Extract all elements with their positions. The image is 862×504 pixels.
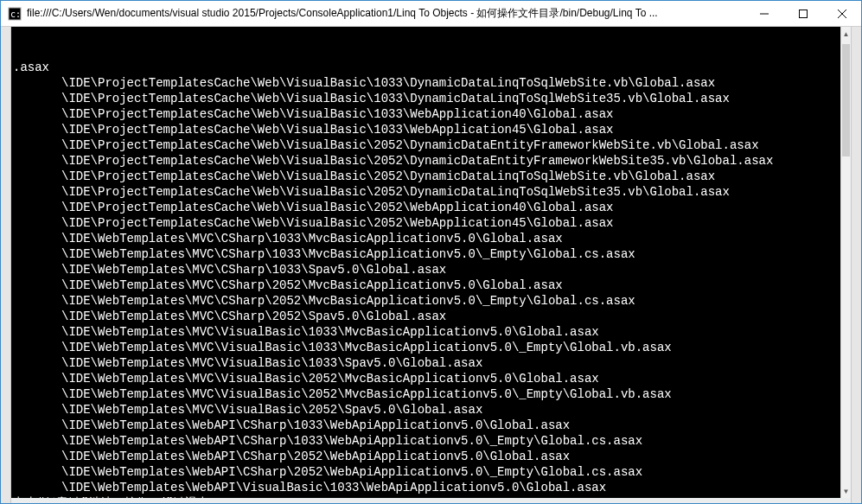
- minimize-button[interactable]: [744, 1, 783, 26]
- console-line: \IDE\ProjectTemplatesCache\Web\VisualBas…: [13, 106, 839, 122]
- svg-text:c:: c:: [10, 10, 21, 19]
- console-line: \IDE\WebTemplates\WebAPI\CSharp\1033\Web…: [13, 433, 839, 449]
- scroll-up-icon[interactable]: ▲: [841, 27, 851, 41]
- console-line: \IDE\ProjectTemplatesCache\Web\VisualBas…: [13, 137, 839, 153]
- console-output[interactable]: .asax\IDE\ProjectTemplatesCache\Web\Visu…: [11, 27, 840, 498]
- window-title: file:///C:/Users/Wen/documents/visual st…: [27, 6, 744, 21]
- console-line: \IDE\ProjectTemplatesCache\Web\VisualBas…: [13, 215, 839, 231]
- console-line: \IDE\WebTemplates\WebAPI\CSharp\1033\Web…: [13, 418, 839, 433]
- console-line: \IDE\WebTemplates\MVC\CSharp\1033\MvcBas…: [13, 246, 839, 262]
- console-line: \IDE\ProjectTemplatesCache\Web\VisualBas…: [13, 153, 839, 169]
- console-line: .asax: [13, 60, 839, 75]
- console-line: \IDE\ProjectTemplatesCache\Web\VisualBas…: [13, 200, 839, 215]
- console-line: \IDE\WebTemplates\MVC\CSharp\1033\MvcBas…: [13, 231, 839, 246]
- console-line: \IDE\WebTemplates\MVC\CSharp\2052\Spav5.…: [13, 309, 839, 324]
- console-prompt: 点击“任意键”继续，按“End”键退出: [13, 495, 839, 498]
- console-scrollbar[interactable]: ▲ ▼: [840, 27, 851, 498]
- app-icon: c:: [8, 7, 22, 21]
- console-line: \IDE\ProjectTemplatesCache\Web\VisualBas…: [13, 75, 839, 91]
- console-line: \IDE\ProjectTemplatesCache\Web\VisualBas…: [13, 91, 839, 106]
- console-line: \IDE\WebTemplates\MVC\CSharp\2052\MvcBas…: [13, 278, 839, 293]
- console-line: \IDE\WebTemplates\MVC\VisualBasic\1033\S…: [13, 355, 839, 371]
- console-line: \IDE\ProjectTemplatesCache\Web\VisualBas…: [13, 184, 839, 200]
- console-line: \IDE\WebTemplates\MVC\CSharp\1033\Spav5.…: [13, 262, 839, 278]
- host-left-panel: [1, 27, 11, 503]
- scroll-track[interactable]: [841, 41, 851, 484]
- scroll-down-icon[interactable]: ▼: [841, 484, 851, 498]
- console-line: \IDE\WebTemplates\MVC\VisualBasic\2052\M…: [13, 386, 839, 402]
- console-line: \IDE\WebTemplates\MVC\VisualBasic\1033\M…: [13, 324, 839, 340]
- console-line: \IDE\WebTemplates\MVC\VisualBasic\2052\M…: [13, 371, 839, 386]
- console-line: \IDE\WebTemplates\WebAPI\VisualBasic\103…: [13, 480, 839, 495]
- svg-rect-3: [799, 10, 807, 17]
- console-line: \IDE\ProjectTemplatesCache\Web\VisualBas…: [13, 122, 839, 137]
- scroll-thumb[interactable]: [842, 44, 850, 156]
- titlebar[interactable]: c: file:///C:/Users/Wen/documents/visual…: [1, 1, 861, 27]
- window-controls: [744, 1, 861, 26]
- console-line: \IDE\WebTemplates\WebAPI\CSharp\2052\Web…: [13, 449, 839, 464]
- console-line: \IDE\WebTemplates\WebAPI\CSharp\2052\Web…: [13, 464, 839, 480]
- console-line: \IDE\WebTemplates\MVC\VisualBasic\2052\S…: [13, 402, 839, 418]
- console-line: \IDE\WebTemplates\MVC\VisualBasic\1033\M…: [13, 340, 839, 355]
- close-button[interactable]: [822, 1, 861, 26]
- console-line: \IDE\WebTemplates\MVC\CSharp\2052\MvcBas…: [13, 293, 839, 309]
- host-right-panel: [851, 27, 861, 503]
- maximize-button[interactable]: [783, 1, 822, 26]
- console-line: \IDE\ProjectTemplatesCache\Web\VisualBas…: [13, 169, 839, 184]
